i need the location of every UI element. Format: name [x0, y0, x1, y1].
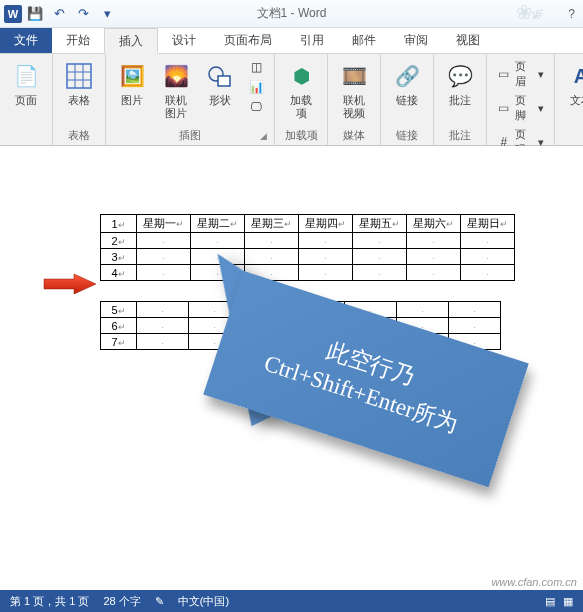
hyperlink-button[interactable]: 🔗 链接 [387, 58, 427, 109]
table-cell[interactable] [241, 318, 293, 334]
table-row[interactable]: 1 星期一 星期二 星期三 星期四 星期五 星期六 星期日 [101, 215, 515, 233]
tab-design[interactable]: 设计 [158, 28, 210, 53]
chart-button[interactable]: 📊 [244, 78, 268, 96]
header-button[interactable]: ▭页眉 ▾ [493, 58, 548, 90]
table-cell[interactable] [461, 233, 515, 249]
view-read-mode-icon[interactable]: ▦ [563, 595, 573, 608]
table-cell[interactable] [449, 318, 501, 334]
save-icon[interactable]: 💾 [24, 3, 46, 25]
table-cell[interactable] [191, 265, 245, 281]
table-cell[interactable] [449, 302, 501, 318]
table-header[interactable]: 星期三 [245, 215, 299, 233]
table-cell[interactable] [241, 302, 293, 318]
table-cell[interactable] [353, 233, 407, 249]
table-cell[interactable] [345, 318, 397, 334]
table-cell[interactable] [191, 249, 245, 265]
table-cell[interactable] [299, 265, 353, 281]
table-cell[interactable] [137, 334, 189, 350]
table-cell[interactable] [353, 249, 407, 265]
table-cell[interactable] [345, 334, 397, 350]
table-cell[interactable] [137, 249, 191, 265]
status-language[interactable]: 中文(中国) [178, 594, 229, 609]
table-cell[interactable] [345, 302, 397, 318]
table-cell[interactable] [293, 334, 345, 350]
table-cell[interactable] [461, 249, 515, 265]
table-cell[interactable] [397, 302, 449, 318]
document-canvas[interactable]: 1 星期一 星期二 星期三 星期四 星期五 星期六 星期日 2 3 4 5 6 … [0, 146, 583, 590]
status-page[interactable]: 第 1 页，共 1 页 [10, 594, 89, 609]
table-header[interactable]: 星期五 [353, 215, 407, 233]
table-cell[interactable] [461, 265, 515, 281]
table-cell[interactable] [241, 334, 293, 350]
picture-button[interactable]: 🖼️ 图片 [112, 58, 152, 109]
table-cell[interactable] [191, 233, 245, 249]
table-cell[interactable] [189, 334, 241, 350]
screenshot-button[interactable]: 🖵 [244, 98, 268, 116]
table-header[interactable]: 星期一 [137, 215, 191, 233]
row-num[interactable]: 6 [101, 318, 137, 334]
table-row[interactable]: 4 [101, 265, 515, 281]
qat-customize-icon[interactable]: ▾ [96, 3, 118, 25]
shapes-button[interactable]: 形状 [200, 58, 240, 109]
row-num[interactable]: 3 [101, 249, 137, 265]
document-table[interactable]: 1 星期一 星期二 星期三 星期四 星期五 星期六 星期日 2 3 4 [100, 214, 515, 281]
table-cell[interactable] [407, 233, 461, 249]
table-cell[interactable] [293, 318, 345, 334]
cover-page-button[interactable]: 📄 页面 [6, 58, 46, 109]
table-cell[interactable] [245, 233, 299, 249]
table-row[interactable]: 5 [101, 302, 501, 318]
table-cell[interactable] [137, 318, 189, 334]
table-row[interactable]: 7 [101, 334, 501, 350]
empty-line-break[interactable] [100, 281, 583, 301]
comment-button[interactable]: 💬 批注 [440, 58, 480, 109]
table-cell[interactable] [137, 302, 189, 318]
table-cell[interactable] [397, 334, 449, 350]
table-row[interactable]: 6 [101, 318, 501, 334]
table-cell[interactable] [353, 265, 407, 281]
online-picture-button[interactable]: 🌄 联机图片 [156, 58, 196, 122]
table-cell[interactable] [245, 249, 299, 265]
undo-icon[interactable]: ↶ [48, 3, 70, 25]
table-cell[interactable] [189, 318, 241, 334]
tab-home[interactable]: 开始 [52, 28, 104, 53]
table-cell[interactable] [293, 302, 345, 318]
table-header[interactable]: 星期二 [191, 215, 245, 233]
table-cell[interactable] [407, 249, 461, 265]
status-wordcount[interactable]: 28 个字 [103, 594, 140, 609]
tab-page-layout[interactable]: 页面布局 [210, 28, 286, 53]
status-proofing-icon[interactable]: ✎ [155, 595, 164, 608]
tab-view[interactable]: 视图 [442, 28, 494, 53]
tab-mailings[interactable]: 邮件 [338, 28, 390, 53]
online-video-button[interactable]: 🎞️ 联机视频 [334, 58, 374, 122]
table-header[interactable]: 星期日 [461, 215, 515, 233]
table-cell[interactable] [407, 265, 461, 281]
smartart-button[interactable]: ◫ [244, 58, 268, 76]
row-num[interactable]: 7 [101, 334, 137, 350]
table-cell[interactable] [299, 233, 353, 249]
table-cell[interactable] [245, 265, 299, 281]
table-header[interactable]: 星期六 [407, 215, 461, 233]
table-cell[interactable] [137, 265, 191, 281]
row-num[interactable]: 5 [101, 302, 137, 318]
table-cell[interactable] [449, 334, 501, 350]
footer-button[interactable]: ▭页脚 ▾ [493, 92, 548, 124]
dialog-launcher-icon[interactable]: ◢ [260, 131, 272, 143]
textbox-button[interactable]: A 文本 [561, 58, 583, 109]
table-cell[interactable] [397, 318, 449, 334]
table-cell[interactable] [137, 233, 191, 249]
table-row[interactable]: 3 [101, 249, 515, 265]
tab-references[interactable]: 引用 [286, 28, 338, 53]
table-button[interactable]: 表格 [59, 58, 99, 109]
table-cell[interactable] [299, 249, 353, 265]
tab-review[interactable]: 审阅 [390, 28, 442, 53]
row-num[interactable]: 2 [101, 233, 137, 249]
addins-button[interactable]: ⬢ 加载 项 [281, 58, 321, 122]
help-icon[interactable]: ? [568, 7, 575, 21]
document-table[interactable]: 5 6 7 [100, 301, 501, 350]
view-print-layout-icon[interactable]: ▤ [545, 595, 555, 608]
table-cell[interactable] [189, 302, 241, 318]
row-num[interactable]: 1 [101, 215, 137, 233]
tab-insert[interactable]: 插入 [104, 28, 158, 54]
tab-file[interactable]: 文件 [0, 28, 52, 53]
table-row[interactable]: 2 [101, 233, 515, 249]
